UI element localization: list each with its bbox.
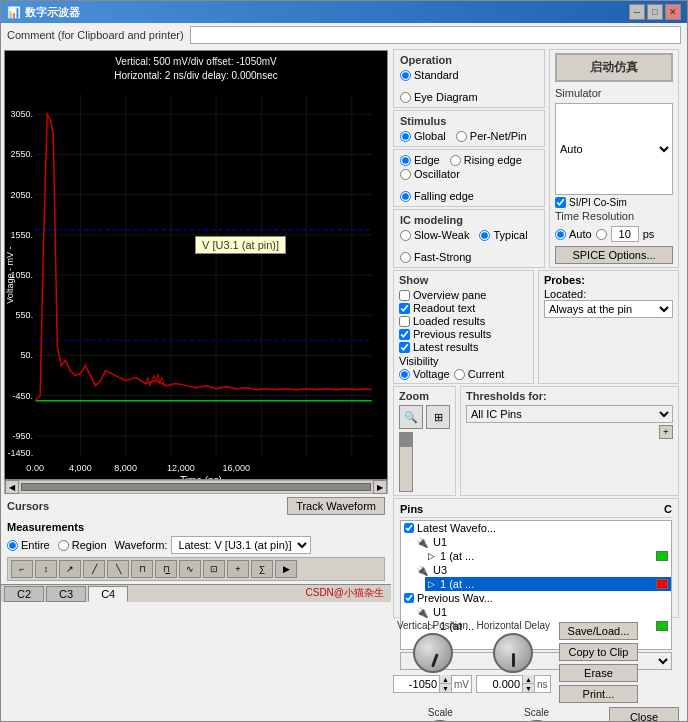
meas-icon-7[interactable]: ⊓̲	[155, 560, 177, 578]
manual-time-option[interactable]	[596, 229, 607, 240]
track-waveform-button[interactable]: Track Waveform	[287, 497, 385, 515]
eye-diagram-radio[interactable]	[400, 92, 411, 103]
meas-icon-12[interactable]: ▶	[275, 560, 297, 578]
auto-time-radio[interactable]	[555, 229, 566, 240]
slow-weak-option[interactable]: Slow-Weak	[400, 229, 469, 241]
scrollbar-thumb[interactable]	[21, 483, 371, 491]
oscilloscope-canvas[interactable]: 3050. 2550. 2050. 1550. 1050. 550. 50. -…	[5, 51, 387, 479]
slow-weak-radio[interactable]	[400, 230, 411, 241]
meas-icon-10[interactable]: +	[227, 560, 249, 578]
zoom-in-button[interactable]: 🔍	[399, 405, 423, 429]
edge-radio[interactable]	[400, 155, 411, 166]
scroll-right-arrow[interactable]: ▶	[373, 480, 387, 494]
waveform-dropdown[interactable]: Latest: V [U3.1 (at pin)]	[171, 536, 311, 554]
horizontal-value-input[interactable]	[477, 676, 522, 692]
simulator-dropdown[interactable]: Auto	[555, 103, 673, 195]
fast-strong-option[interactable]: Fast-Strong	[400, 251, 471, 263]
meas-icon-4[interactable]: ╱	[83, 560, 105, 578]
vertical-spin-down[interactable]: ▼	[440, 684, 451, 693]
close-window-button[interactable]: ✕	[665, 4, 681, 20]
tab-c3[interactable]: C3	[46, 586, 86, 602]
global-radio[interactable]	[400, 131, 411, 142]
close-button[interactable]: Close	[609, 707, 679, 721]
edge-option[interactable]: Edge	[400, 154, 440, 166]
eye-diagram-option[interactable]: Eye Diagram	[400, 91, 478, 103]
entire-option[interactable]: Entire	[7, 539, 50, 551]
loaded-results-checkbox[interactable]	[399, 316, 410, 327]
previous-results-checkbox[interactable]	[399, 329, 410, 340]
comment-input[interactable]	[190, 26, 681, 44]
meas-icon-5[interactable]: ╲	[107, 560, 129, 578]
scroll-left-arrow[interactable]: ◀	[5, 480, 19, 494]
h-scrollbar[interactable]: ◀ ▶	[4, 480, 388, 494]
loaded-results-option[interactable]: Loaded results	[399, 315, 528, 327]
v-scrollbar[interactable]	[399, 432, 413, 492]
erase-button[interactable]: Erase	[559, 664, 639, 682]
oscillator-option[interactable]: Oscillator	[400, 168, 460, 180]
overview-pane-checkbox[interactable]	[399, 290, 410, 301]
meas-icon-9[interactable]: ⊡	[203, 560, 225, 578]
pins-prev-wave-group[interactable]: Previous Wav...	[401, 591, 671, 605]
overview-pane-option[interactable]: Overview pane	[399, 289, 528, 301]
latest-results-option[interactable]: Latest results	[399, 341, 528, 353]
v-scale-knob[interactable]	[420, 720, 460, 721]
falling-edge-radio[interactable]	[400, 191, 411, 202]
per-net-radio[interactable]	[456, 131, 467, 142]
typical-radio[interactable]	[479, 230, 490, 241]
global-option[interactable]: Global	[400, 130, 446, 142]
previous-results-option[interactable]: Previous results	[399, 328, 528, 340]
si-pi-checkbox[interactable]	[555, 197, 566, 208]
entire-radio[interactable]	[7, 540, 18, 551]
meas-icon-3[interactable]: ↗	[59, 560, 81, 578]
meas-icon-8[interactable]: ∿	[179, 560, 201, 578]
standard-option[interactable]: Standard	[400, 69, 459, 81]
vertical-spin-up[interactable]: ▲	[440, 675, 451, 684]
thresholds-dropdown[interactable]: All IC Pins	[466, 405, 673, 423]
meas-icon-11[interactable]: ∑	[251, 560, 273, 578]
meas-icon-2[interactable]: ↕	[35, 560, 57, 578]
pins-latest-wave-group[interactable]: Latest Wavefo...	[401, 521, 671, 535]
manual-time-radio[interactable]	[596, 229, 607, 240]
rising-edge-radio[interactable]	[450, 155, 461, 166]
maximize-button[interactable]: □	[647, 4, 663, 20]
horizontal-delay-knob[interactable]	[493, 633, 533, 673]
vertical-position-knob[interactable]	[413, 633, 453, 673]
current-option[interactable]: Current	[454, 368, 505, 380]
fast-strong-radio[interactable]	[400, 252, 411, 263]
copy-to-clip-button[interactable]: Copy to Clip	[559, 643, 639, 661]
voltage-option[interactable]: Voltage	[399, 368, 450, 380]
print-button[interactable]: Print...	[559, 685, 639, 703]
expand-button[interactable]: +	[659, 425, 673, 439]
vertical-value-input[interactable]	[394, 676, 439, 692]
zoom-fit-button[interactable]: ⊞	[426, 405, 450, 429]
time-value-input[interactable]	[611, 226, 639, 242]
minimize-button[interactable]: ─	[629, 4, 645, 20]
h-scale-knob[interactable]	[517, 720, 557, 721]
pins-u1-pin1[interactable]: ▷ 1 (at ...	[425, 549, 671, 563]
rising-edge-option[interactable]: Rising edge	[450, 154, 522, 166]
falling-edge-option[interactable]: Falling edge	[400, 190, 474, 202]
located-dropdown[interactable]: Always at the pin	[544, 300, 673, 318]
region-radio[interactable]	[58, 540, 69, 551]
meas-icon-1[interactable]: ⌐	[11, 560, 33, 578]
meas-icon-6[interactable]: ⊓	[131, 560, 153, 578]
prev-wave-checkbox[interactable]	[404, 593, 414, 603]
horizontal-spin-up[interactable]: ▲	[523, 675, 534, 684]
per-net-option[interactable]: Per-Net/Pin	[456, 130, 527, 142]
readout-text-checkbox[interactable]	[399, 303, 410, 314]
pins-u3-pin1[interactable]: ▷ 1 (at ...	[425, 577, 671, 591]
voltage-radio[interactable]	[399, 369, 410, 380]
latest-wave-checkbox[interactable]	[404, 523, 414, 533]
current-radio[interactable]	[454, 369, 465, 380]
tab-c4[interactable]: C4	[88, 586, 128, 602]
readout-text-option[interactable]: Readout text	[399, 302, 528, 314]
horizontal-spin-down[interactable]: ▼	[523, 684, 534, 693]
tab-c2[interactable]: C2	[4, 586, 44, 602]
start-simulation-button[interactable]: 启动仿真	[555, 53, 673, 82]
latest-results-checkbox[interactable]	[399, 342, 410, 353]
spice-options-button[interactable]: SPICE Options...	[555, 246, 673, 264]
oscillator-radio[interactable]	[400, 169, 411, 180]
v-scrollbar-thumb[interactable]	[400, 433, 412, 447]
auto-time-option[interactable]: Auto	[555, 228, 592, 240]
typical-option[interactable]: Typical	[479, 229, 527, 241]
